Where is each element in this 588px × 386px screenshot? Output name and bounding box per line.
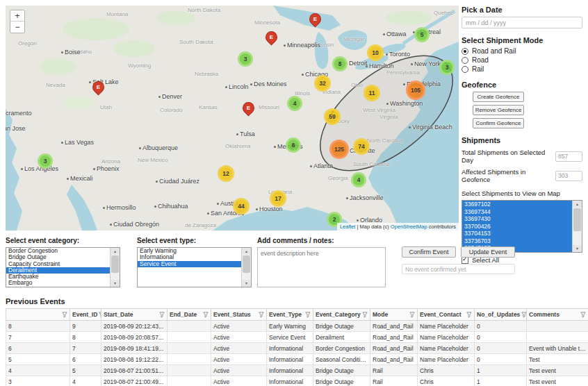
column-header-event-contact[interactable]: Event_Contact xyxy=(418,309,475,321)
column-header-no-of-updates[interactable]: No_of_Updates xyxy=(475,309,527,321)
table-row[interactable]: 672019-08-09 18:41:19...ActiveInformatio… xyxy=(6,343,588,354)
comments-textarea[interactable] xyxy=(257,247,386,287)
table-cell[interactable]: 2019-08-09 20:12:43... xyxy=(101,321,168,332)
filter-icon[interactable] xyxy=(259,312,264,318)
table-cell[interactable]: Informational xyxy=(267,376,313,386)
table-cell[interactable]: Active xyxy=(211,332,267,343)
scroll-down-icon[interactable] xyxy=(111,280,120,287)
table-cell[interactable]: 1 xyxy=(475,365,527,376)
date-input[interactable] xyxy=(462,17,582,28)
cluster-marker[interactable]: 44 xyxy=(233,198,250,215)
table-row[interactable]: 892019-08-09 20:12:43...ActiveEarly Warn… xyxy=(6,321,588,332)
column-header-mode[interactable]: Mode xyxy=(370,309,418,321)
type-option[interactable]: Service Event xyxy=(138,261,242,267)
table-cell[interactable]: Event with Unable to... xyxy=(527,343,588,354)
table-cell[interactable]: 2019-08-09 18:41:19... xyxy=(101,343,168,354)
cluster-marker[interactable]: 4 xyxy=(351,172,366,187)
category-option[interactable]: Embargo xyxy=(6,280,111,286)
zoom-in-button[interactable]: + xyxy=(10,10,24,22)
table-cell[interactable]: Service Event xyxy=(267,332,313,343)
table-cell[interactable] xyxy=(168,376,211,386)
table-cell[interactable]: 2019-08-08 19:12:22... xyxy=(101,354,168,365)
event-type-listbox[interactable]: Early WarningInformationalService Event xyxy=(137,247,252,287)
cluster-marker[interactable]: 105 xyxy=(406,81,425,100)
table-cell[interactable]: Name Placeholder xyxy=(418,332,475,343)
category-option[interactable]: Border Congestion xyxy=(6,248,111,254)
radio-road[interactable]: Road xyxy=(462,56,582,64)
radio-button-icon[interactable] xyxy=(462,66,468,73)
table-cell[interactable]: Informational xyxy=(267,343,313,354)
table-cell[interactable]: Test event xyxy=(527,365,588,376)
cluster-marker[interactable]: 3 xyxy=(238,51,253,67)
openstreetmap-link[interactable]: OpenStreetMap xyxy=(391,224,427,230)
table-cell[interactable]: 5 xyxy=(70,365,101,376)
cluster-marker[interactable]: 3 xyxy=(38,153,53,169)
filter-icon[interactable] xyxy=(521,312,526,318)
table-cell[interactable]: Seasonal Conditions xyxy=(313,354,370,365)
remove-geofence-button[interactable]: Remove Geofence xyxy=(473,105,524,115)
scroll-thumb[interactable] xyxy=(573,208,581,231)
table-cell[interactable]: Border Congestion xyxy=(313,343,370,354)
table-cell[interactable]: 5 xyxy=(6,354,70,365)
scroll-thumb[interactable] xyxy=(111,255,119,273)
shipment-option[interactable]: 33700426 xyxy=(462,223,573,230)
table-row[interactable]: 562019-08-08 19:12:22...ActiveInformatio… xyxy=(6,354,588,365)
cluster-marker[interactable]: 125 xyxy=(329,140,349,159)
filter-icon[interactable] xyxy=(409,312,415,318)
table-cell[interactable]: Active xyxy=(211,354,267,365)
table-cell[interactable]: 0 xyxy=(475,321,527,332)
table-cell[interactable]: Active xyxy=(211,376,267,386)
table-cell[interactable] xyxy=(527,332,588,343)
category-option[interactable]: Derailment xyxy=(6,267,111,274)
shipment-option[interactable]: 33704153 xyxy=(462,230,573,237)
leaflet-link[interactable]: Leaflet xyxy=(340,224,356,230)
table-row[interactable]: 452019-08-07 21:00:51...ActiveInformatio… xyxy=(6,365,588,376)
table-cell[interactable]: 3 xyxy=(6,376,70,386)
confirm-event-button[interactable]: Confirm Event xyxy=(402,246,456,258)
table-cell[interactable]: Test event xyxy=(527,376,588,386)
cluster-marker[interactable]: 6 xyxy=(286,137,301,153)
table-cell[interactable]: Informational xyxy=(267,354,313,365)
type-option[interactable]: Informational xyxy=(138,254,242,260)
cluster-marker[interactable]: 5 xyxy=(414,27,430,42)
column-header-event-type[interactable]: Event_Type xyxy=(267,309,313,321)
table-cell[interactable]: 0 xyxy=(475,332,527,343)
table-cell[interactable]: Name Placeholder xyxy=(418,321,475,332)
table-cell[interactable]: Chris xyxy=(418,376,475,386)
category-option[interactable]: Capacity Constraint xyxy=(6,261,111,267)
table-cell[interactable]: Name Placeholder xyxy=(418,354,475,365)
radio-button-icon[interactable] xyxy=(462,48,468,55)
table-cell[interactable]: 8 xyxy=(6,321,70,332)
scroll-up-icon[interactable] xyxy=(573,201,582,208)
table-row[interactable]: 342019-08-07 21:00:49...ActiveInformatio… xyxy=(6,376,588,386)
cluster-marker[interactable]: 17 xyxy=(270,190,286,207)
column-header-event-category[interactable]: Event_Category xyxy=(313,309,370,321)
filter-icon[interactable] xyxy=(62,312,67,318)
table-cell[interactable]: Early Warning xyxy=(267,321,313,332)
table-cell[interactable]: Road_and_Rail xyxy=(370,343,418,354)
cluster-marker[interactable]: 10 xyxy=(367,44,384,61)
filter-icon[interactable] xyxy=(305,312,311,318)
event-category-listbox[interactable]: Border CongestionBridge OutageCapacity C… xyxy=(6,247,120,287)
table-cell[interactable]: 7 xyxy=(6,332,70,343)
table-cell[interactable]: 2019-08-07 21:00:51... xyxy=(101,365,168,376)
scroll-up-icon[interactable] xyxy=(242,248,251,255)
table-cell[interactable]: Active xyxy=(211,343,267,354)
table-cell[interactable] xyxy=(168,343,211,354)
cluster-marker[interactable]: 4 xyxy=(287,96,302,111)
table-cell[interactable]: Road_and_Rail xyxy=(370,354,418,365)
table-cell[interactable]: Bridge Outage xyxy=(313,321,370,332)
table-cell[interactable]: 4 xyxy=(70,376,101,386)
table-cell[interactable] xyxy=(168,365,211,376)
shipment-option[interactable]: 33697102 xyxy=(462,201,573,208)
column-header-index[interactable] xyxy=(6,309,70,321)
scroll-down-icon[interactable] xyxy=(242,280,251,287)
table-cell[interactable]: Bridge Outage xyxy=(313,376,370,386)
table-cell[interactable]: Derailment xyxy=(313,332,370,343)
table-cell[interactable] xyxy=(168,321,211,332)
cluster-marker[interactable]: 8 xyxy=(332,56,348,72)
table-cell[interactable] xyxy=(527,321,588,332)
table-cell[interactable]: Chris xyxy=(418,365,475,376)
filter-icon[interactable] xyxy=(580,312,586,318)
table-cell[interactable] xyxy=(168,354,211,365)
